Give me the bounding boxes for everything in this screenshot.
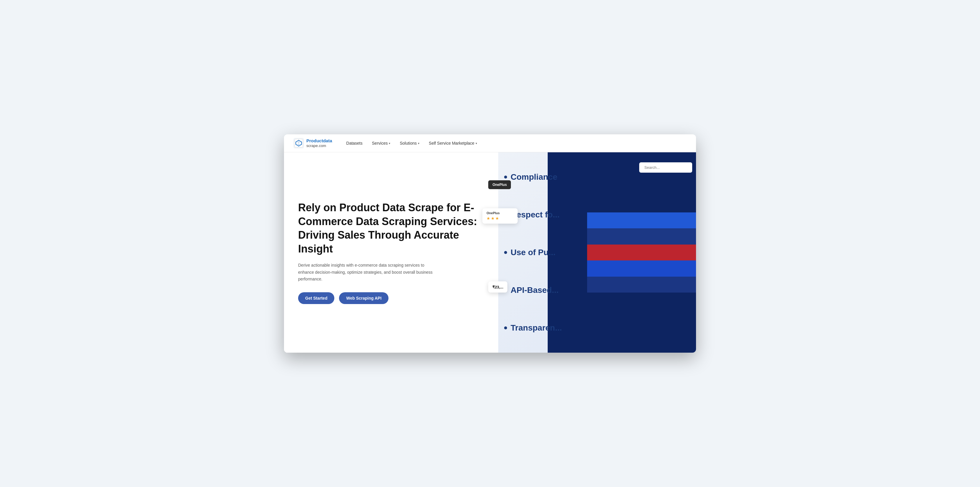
- price-card: ₹23,...: [488, 281, 508, 292]
- review-brand-name: OnePlus: [487, 211, 514, 215]
- bullet-compliance: Compliance: [504, 172, 696, 182]
- bullet-dot-1: [504, 176, 507, 179]
- web-scraping-api-button[interactable]: Web Scraping API: [339, 292, 388, 304]
- review-card: OnePlus ★ ★ ★: [482, 208, 518, 224]
- brand-label-card: OnePlus: [488, 180, 511, 189]
- cta-buttons: Get Started Web Scraping API: [298, 292, 487, 304]
- nav-item-solutions[interactable]: Solutions ▾: [400, 141, 419, 145]
- star-1: ★: [487, 216, 490, 221]
- nav-item-marketplace[interactable]: Self Service Marketplace ▾: [429, 141, 477, 145]
- nav-item-datasets[interactable]: Datasets: [346, 141, 363, 145]
- bullet-dot-5: [504, 326, 507, 329]
- star-rating: ★ ★ ★: [487, 216, 514, 221]
- bullet-label-4: API-Based...: [511, 286, 558, 295]
- right-section: Compliance Respect fo... Use of Pu... AP…: [498, 152, 696, 353]
- bullet-dot-3: [504, 251, 507, 254]
- bullet-transparent: Transparen...: [504, 323, 696, 333]
- marketplace-chevron-icon: ▾: [476, 142, 477, 145]
- brand-bottom: scrape.com: [306, 144, 332, 148]
- bullet-api-based: API-Based...: [504, 286, 696, 295]
- bullet-label-2: Respect fo...: [511, 210, 560, 219]
- star-3: ★: [495, 216, 499, 221]
- star-2: ★: [491, 216, 495, 221]
- bullet-label-5: Transparen...: [511, 323, 562, 333]
- hero-subtext: Derive actionable insights with e-commer…: [298, 262, 439, 283]
- logo-icon: [293, 138, 304, 148]
- hero-heading: Rely on Product Data Scrape for E-Commer…: [298, 201, 487, 256]
- navbar: Productdata scrape.com Datasets Services…: [284, 134, 696, 152]
- get-started-button[interactable]: Get Started: [298, 292, 334, 304]
- brand-top: Productdata: [306, 138, 332, 144]
- bullets-overlay: Compliance Respect fo... Use of Pu... AP…: [498, 152, 696, 353]
- nav-links: Datasets Services ▾ Solutions ▾ Self Ser…: [346, 141, 477, 145]
- browser-window: Productdata scrape.com Datasets Services…: [284, 134, 696, 353]
- bullet-label-3: Use of Pu...: [511, 248, 555, 257]
- solutions-chevron-icon: ▾: [418, 142, 419, 145]
- bullet-label-1: Compliance: [511, 172, 557, 182]
- logo-text: Productdata scrape.com: [306, 138, 332, 148]
- bullet-use-of-pub: Use of Pu...: [504, 248, 696, 257]
- price-value: ₹23,...: [492, 285, 503, 289]
- left-section: Rely on Product Data Scrape for E-Commer…: [284, 152, 498, 353]
- search-input[interactable]: [639, 162, 692, 172]
- logo[interactable]: Productdata scrape.com: [293, 138, 332, 148]
- nav-item-services[interactable]: Services ▾: [372, 141, 391, 145]
- page-content: Rely on Product Data Scrape for E-Commer…: [284, 152, 696, 353]
- bullet-respect: Respect fo...: [504, 210, 696, 219]
- brand-label-text: OnePlus: [492, 183, 507, 187]
- services-chevron-icon: ▾: [389, 142, 390, 145]
